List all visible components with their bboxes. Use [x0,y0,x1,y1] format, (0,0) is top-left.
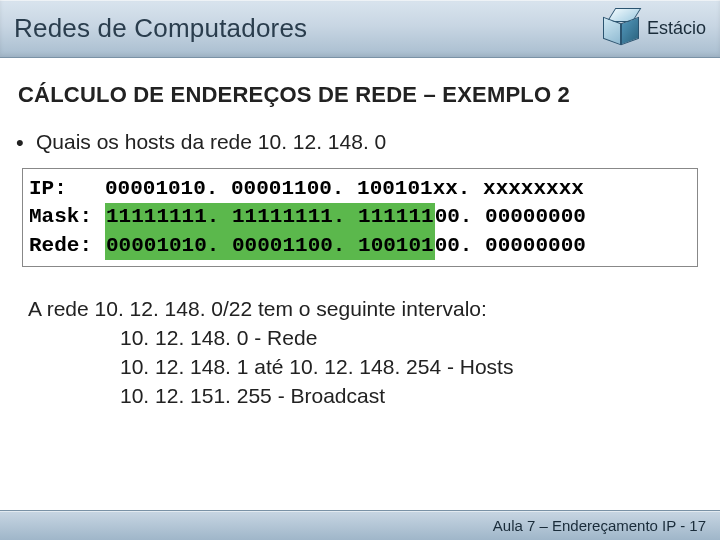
brand-name: Estácio [647,18,706,39]
calculation-box: IP: 00001010. 00001100. 100101xx. xxxxxx… [22,168,698,267]
mask-suffix: 00. 00000000 [435,205,586,228]
result-line-4: 10. 12. 151. 255 - Broadcast [28,382,702,411]
mask-label: Mask: [29,203,105,231]
rede-value: 00001010. 00001100. 10010100. 00000000 [105,232,586,260]
ip-row: IP: 00001010. 00001100. 100101xx. xxxxxx… [29,175,691,203]
rede-suffix: 00. 00000000 [435,234,586,257]
brand-logo: Estácio [601,8,706,48]
bullet-question: Quais os hosts da rede 10. 12. 148. 0 [18,130,702,154]
mask-highlight: 11111111. 11111111. 111111 [105,203,435,231]
result-paragraph: A rede 10. 12. 148. 0/22 tem o seguinte … [18,295,702,411]
result-line-1: A rede 10. 12. 148. 0/22 tem o seguinte … [28,295,702,324]
footer-bar: Aula 7 – Endereçamento IP - 17 [0,510,720,540]
footer-text: Aula 7 – Endereçamento IP - 17 [493,517,706,534]
section-title: CÁLCULO DE ENDEREÇOS DE REDE – EXEMPLO 2 [18,82,702,108]
result-line-2: 10. 12. 148. 0 - Rede [28,324,702,353]
mask-row: Mask: 11111111. 11111111. 11111100. 0000… [29,203,691,231]
mask-value: 11111111. 11111111. 11111100. 00000000 [105,203,586,231]
header-bar: Redes de Computadores Estácio [0,0,720,58]
result-line-3: 10. 12. 148. 1 até 10. 12. 148. 254 - Ho… [28,353,702,382]
slide-content: CÁLCULO DE ENDEREÇOS DE REDE – EXEMPLO 2… [0,58,720,411]
rede-label: Rede: [29,232,105,260]
cube-icon [601,8,641,48]
rede-row: Rede: 00001010. 00001100. 10010100. 0000… [29,232,691,260]
ip-value: 00001010. 00001100. 100101xx. xxxxxxxx [105,175,584,203]
ip-label: IP: [29,175,105,203]
rede-highlight: 00001010. 00001100. 100101 [105,232,435,260]
header-title: Redes de Computadores [14,13,307,44]
